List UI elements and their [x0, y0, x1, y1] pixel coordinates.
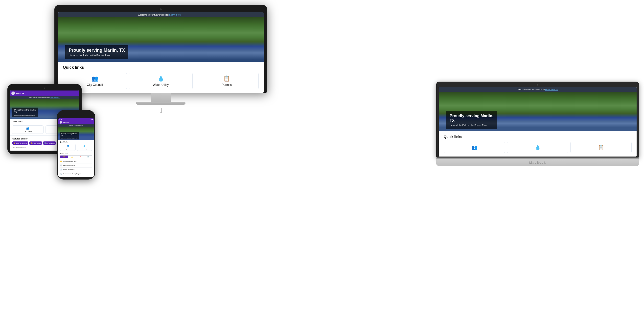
scene: Welcome to our future website! Learn mor…: [0, 0, 644, 318]
iphone-city-council-label: City Council: [65, 148, 70, 150]
water-utility-icon: 💧: [158, 76, 164, 82]
monitor-screen: Welcome to our future website! Learn mor…: [58, 12, 264, 93]
iphone-service-item-1-icon: 💳: [60, 160, 62, 162]
macbook-base: MacBook: [436, 159, 639, 166]
iphone-service-item-4: 🔧 Commercial Pickup/Repair: [60, 172, 92, 176]
iphone-service-item-4-icon: 🔧: [60, 172, 62, 175]
water-utility-label: Water Utility: [153, 83, 169, 86]
ipad-logo: [12, 92, 15, 95]
macbook-website: Welcome to our future website! Learn mor…: [439, 87, 636, 156]
iphone-service-item-3-icon: 💧: [60, 168, 62, 171]
iphone-tab-issue[interactable]: ⚠️: [68, 156, 76, 158]
macbook-quick-links: Quick links 👥 💧 📋: [439, 131, 636, 156]
iphone-website: 9:41 ●●● Marlin, TX Welcome to our futur…: [58, 118, 94, 177]
monitor-quick-link-permits[interactable]: 📋 Permits: [195, 73, 259, 89]
ipad-hero-text: Proudly serving Marlin,TX Home of the Fa…: [12, 108, 38, 117]
macbook-banner-link[interactable]: Learn more →: [545, 88, 558, 90]
iphone-quick-link-city-council[interactable]: 👥 City Council: [60, 144, 76, 151]
macbook: Welcome to our future website! Learn mor…: [436, 82, 639, 166]
monitor-base-plate: [136, 102, 186, 104]
monitor-stand: [54, 93, 267, 104]
iphone-tab-location[interactable]: 📍: [76, 156, 84, 158]
iphone-banner: Welcome to our future website!: [58, 124, 94, 126]
monitor-banner-link[interactable]: Learn more →: [169, 14, 184, 16]
macbook-quick-link-water-utility[interactable]: 💧: [507, 142, 568, 153]
ipad-hero-subtitle: Home of the Falls on the Brazos River: [14, 114, 36, 116]
imac-monitor: Welcome to our future website! Learn mor…: [54, 5, 267, 116]
iphone-notch: [69, 114, 84, 117]
iphone-quick-links: Quick links 👥 City Council 💧 Water Utili…: [58, 140, 94, 152]
macbook-quick-link-permits[interactable]: 📋: [570, 142, 632, 153]
iphone-screen: 9:41 ●●● Marlin, TX Welcome to our futur…: [58, 118, 94, 177]
macbook-banner: Welcome to our future website! Learn mor…: [439, 87, 636, 92]
macbook-city-council-icon: 👥: [472, 144, 478, 150]
macbook-hero-title: Proudly serving Marlin,TX: [450, 114, 494, 123]
iphone-city-council-icon: 👥: [66, 145, 69, 147]
iphone-city-name: Marlin, TX: [63, 122, 69, 123]
macbook-screen: Welcome to our future website! Learn mor…: [439, 87, 636, 156]
iphone-service-item-1: 💳 Utility Payment Link: [60, 159, 92, 164]
ipad-report-issue-btn[interactable]: ⚠️ Report Issue: [29, 142, 42, 145]
ipad-banner-link[interactable]: Learn more →: [50, 97, 60, 98]
monitor-website: Welcome to our future website! Learn mor…: [58, 12, 264, 93]
iphone-hero-subtitle: Home of the Falls on the Brazos River: [61, 138, 78, 139]
iphone-hero-bg: Proudly serving Marlin, TX Home of the F…: [58, 126, 94, 140]
city-council-icon: 👥: [92, 76, 98, 82]
iphone-service-item-3-label: Water Inspection: [63, 169, 74, 170]
macbook-quick-links-title: Quick links: [444, 135, 632, 139]
iphone-service-item-4-label: Commercial Pickup/Repair: [63, 173, 81, 174]
monitor-quick-links-title: Quick links: [63, 65, 259, 70]
permits-icon: 📋: [223, 76, 230, 82]
iphone-hero-text: Proudly serving Marlin, TX Home of the F…: [60, 132, 79, 140]
iphone-quick-link-water-utility[interactable]: 💧 Water Utility: [77, 144, 92, 151]
macbook-quick-link-city-council[interactable]: 👥: [444, 142, 505, 153]
iphone-logo: [60, 121, 62, 124]
macbook-hero-subtitle: Home of the Falls on the Brazos River: [450, 124, 494, 126]
iphone-tab-payment[interactable]: 💳: [60, 156, 68, 158]
ipad-quick-link-city-council[interactable]: 👥 City Council: [12, 125, 44, 134]
macbook-lid: Welcome to our future website! Learn mor…: [436, 82, 639, 158]
ipad-camera: [44, 88, 45, 89]
iphone-service-tabs: 💳 ⚠️ 📍 ⚙️: [60, 155, 92, 158]
monitor-hero-subtitle: Home of the Falls on the Brazos River: [69, 54, 125, 57]
iphone: 9:41 ●●● Marlin, TX Welcome to our futur…: [57, 110, 95, 180]
monitor-banner: Welcome to our future website! Learn mor…: [58, 12, 264, 17]
ipad-hero-title: Proudly serving Marlin,TX: [14, 109, 36, 114]
monitor-quick-link-water-utility[interactable]: 💧 Water Utility: [129, 73, 193, 89]
monitor-hero-title: Proudly serving Marlin, TX: [69, 48, 125, 53]
monitor-hero-text: Proudly serving Marlin, TX Home of the F…: [65, 45, 128, 59]
macbook-hero: Proudly serving Marlin,TX Home of the Fa…: [439, 92, 636, 131]
monitor-camera: [160, 8, 162, 10]
macbook-permits-icon: 📋: [598, 144, 604, 150]
macbook-hero-text: Proudly serving Marlin,TX Home of the Fa…: [446, 111, 497, 129]
iphone-service-center-title: Service center: [60, 153, 92, 154]
iphone-service-item-2-label: Permit Inspection: [63, 165, 75, 166]
iphone-service-item-3: 💧 Water Inspection: [60, 168, 92, 172]
iphone-quick-links-grid: 👥 City Council 💧 Water Utility: [60, 144, 92, 151]
iphone-header: Marlin, TX: [58, 120, 94, 124]
iphone-hero-title: Proudly serving Marlin, TX: [61, 133, 78, 136]
monitor-body: Welcome to our future website! Learn mor…: [54, 5, 267, 93]
macbook-quick-links-grid: 👥 💧 📋: [444, 142, 632, 153]
monitor-quick-links-grid: 👥 City Council 💧 Water Utility 📋 Permits: [63, 73, 259, 89]
ipad-make-payment-btn[interactable]: 💳 Make a Payment: [12, 142, 28, 145]
iphone-body: 9:41 ●●● Marlin, TX Welcome to our futur…: [57, 110, 95, 180]
macbook-water-utility-icon: 💧: [535, 144, 541, 150]
iphone-time: 9:41: [59, 118, 62, 120]
ipad-city-name: Marlin, TX: [16, 92, 24, 94]
ipad-city-council-label: City Council: [24, 131, 32, 132]
ipad-my-services-btn[interactable]: ⚙️ My Services: [43, 142, 56, 145]
permits-label: Permits: [222, 83, 232, 86]
ipad-header: Marlin, TX: [10, 90, 79, 96]
iphone-hero: Proudly serving Marlin, TX Home of the F…: [58, 126, 94, 140]
iphone-quick-links-title: Quick links: [60, 141, 92, 143]
iphone-signal: ●●●: [90, 118, 93, 120]
macbook-label: MacBook: [529, 161, 546, 164]
iphone-service-item-1-label: Utility Payment Link: [63, 160, 76, 162]
monitor-hero-bg: Proudly serving Marlin, TX Home of the F…: [58, 17, 264, 62]
iphone-tab-settings[interactable]: ⚙️: [84, 156, 92, 158]
ipad-city-council-icon: 👥: [26, 127, 29, 130]
iphone-service-center: Service center 💳 ⚠️ 📍 ⚙️ 💳 Utility Payme…: [58, 152, 94, 177]
iphone-water-utility-icon: 💧: [83, 145, 86, 147]
iphone-water-utility-label: Water Utility: [82, 148, 87, 150]
